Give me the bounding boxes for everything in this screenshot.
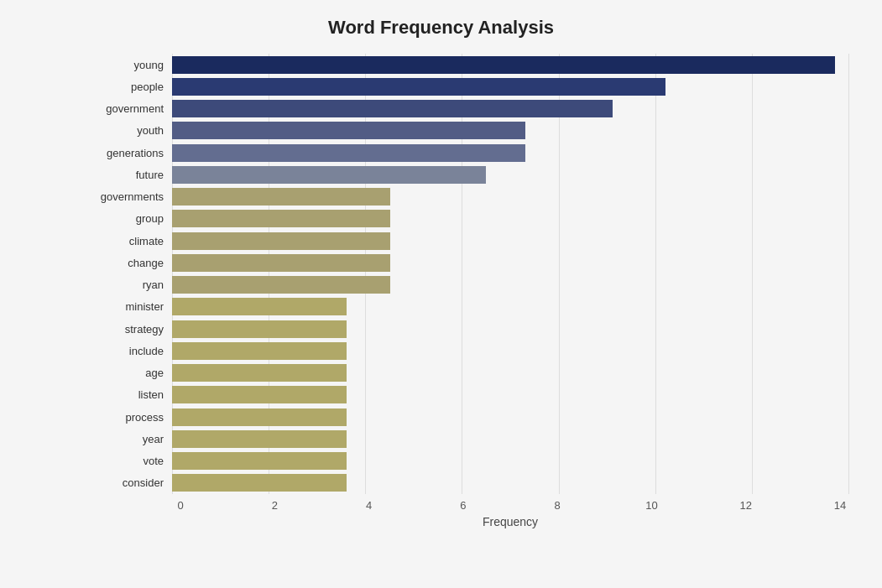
bar-fill — [172, 188, 390, 206]
bar-fill — [172, 386, 347, 403]
bar-row: listen — [172, 384, 848, 406]
bar-row: ryan — [172, 274, 848, 296]
bar-row: group — [172, 208, 848, 230]
bar-row: process — [172, 406, 848, 428]
bar-fill — [172, 254, 390, 272]
bar-label: include — [92, 345, 172, 357]
chart-title: Word Frequency Analysis — [34, 17, 848, 39]
bar-label: year — [92, 433, 172, 445]
bar-fill — [172, 210, 390, 227]
bar-label: strategy — [92, 323, 172, 336]
bar-row: consider — [172, 472, 848, 494]
bar-label: young — [92, 59, 172, 71]
bar-row: generations — [172, 142, 848, 164]
chart-plot-area: youngpeoplegovernmentyouthgenerationsfut… — [172, 54, 848, 494]
bar-label: group — [92, 212, 172, 225]
bars-container: youngpeoplegovernmentyouthgenerationsfut… — [172, 54, 848, 494]
bar-label: change — [92, 257, 172, 269]
bar-row: government — [172, 98, 848, 120]
bar-label: youth — [92, 124, 172, 137]
bar-label: climate — [92, 235, 172, 247]
bar-row: youth — [172, 120, 848, 142]
x-tick-label: 4 — [361, 499, 378, 512]
bar-label: governments — [92, 190, 172, 203]
bar-row: people — [172, 75, 848, 97]
bar-fill — [172, 100, 613, 117]
bar-row: age — [172, 362, 848, 384]
bar-row: include — [172, 340, 848, 362]
grid-line — [848, 54, 849, 494]
bar-row: year — [172, 428, 848, 450]
x-tick-label: 8 — [549, 499, 566, 512]
bar-fill — [172, 452, 347, 470]
bar-fill — [172, 78, 665, 96]
bar-fill — [172, 56, 835, 74]
bar-label: consider — [92, 476, 172, 489]
x-axis-title: Frequency — [172, 515, 848, 528]
bar-fill — [172, 430, 347, 448]
bar-row: climate — [172, 230, 848, 252]
bar-row: governments — [172, 186, 848, 208]
x-tick-label: 2 — [266, 499, 283, 512]
bar-label: process — [92, 411, 172, 424]
bar-fill — [172, 122, 525, 139]
bar-label: government — [92, 102, 172, 115]
bar-fill — [172, 276, 390, 294]
bar-row: change — [172, 252, 848, 273]
bar-row: vote — [172, 450, 848, 472]
bar-label: future — [92, 169, 172, 181]
bar-label: generations — [92, 147, 172, 159]
bar-row: young — [172, 54, 848, 75]
bar-fill — [172, 364, 347, 382]
bar-fill — [172, 342, 347, 360]
bar-label: listen — [92, 388, 172, 401]
bar-label: minister — [92, 300, 172, 313]
x-axis-labels: 02468101214 — [172, 499, 848, 512]
bar-label: ryan — [92, 278, 172, 291]
x-tick-label: 6 — [455, 499, 472, 512]
bar-label: vote — [92, 455, 172, 467]
bar-label: age — [92, 367, 172, 379]
bar-row: minister — [172, 296, 848, 318]
x-tick-label: 12 — [738, 499, 754, 512]
bar-fill — [172, 232, 390, 250]
chart-container: Word Frequency Analysis youngpeoplegover… — [0, 0, 882, 588]
bar-fill — [172, 408, 347, 426]
bar-fill — [172, 166, 486, 184]
x-tick-label: 0 — [172, 499, 189, 512]
bar-fill — [172, 144, 525, 162]
bar-row: strategy — [172, 318, 848, 340]
bar-row: future — [172, 164, 848, 185]
bar-label: people — [92, 81, 172, 93]
bar-fill — [172, 320, 347, 338]
bar-fill — [172, 474, 347, 492]
x-tick-label: 14 — [832, 499, 848, 512]
bar-fill — [172, 298, 347, 315]
x-tick-label: 10 — [643, 499, 660, 512]
